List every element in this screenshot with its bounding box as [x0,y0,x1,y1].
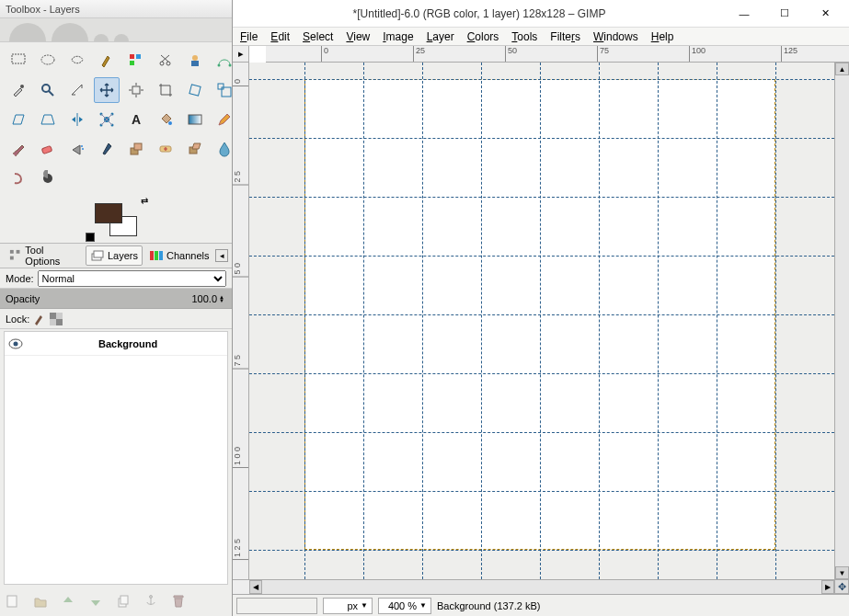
ellipse-select-tool[interactable] [35,48,61,74]
fuzzy-select-tool[interactable] [94,48,120,74]
svg-rect-43 [56,319,63,325]
horizontal-scrollbar[interactable]: ◀ ▶ [249,579,834,594]
lock-alpha-icon[interactable] [50,313,63,325]
rotate-tool[interactable] [182,77,208,103]
move-tool[interactable] [94,77,120,103]
layer-group-icon[interactable] [33,594,48,609]
ink-tool[interactable] [94,136,120,162]
dodge-burn-tool[interactable] [35,165,61,191]
status-bar: px▼ 400 %▼ Background (137.2 kB) [233,594,849,616]
navigation-widget[interactable]: ✥ [834,579,849,594]
eraser-tool[interactable] [35,136,61,162]
minimize-button[interactable]: — [726,4,763,24]
dock-menu-button[interactable]: ◂ [215,249,228,262]
chevron-down-icon: ▼ [361,601,368,610]
smudge-tool[interactable] [6,165,31,191]
layer-name: Background [98,338,157,349]
tab-channels-label: Channels [166,250,209,261]
menu-edit[interactable]: Edit [270,30,290,43]
perspective-clone-tool[interactable] [182,136,208,162]
menu-select[interactable]: Select [303,30,333,43]
svg-rect-0 [12,54,25,63]
scroll-left-button[interactable]: ◀ [249,580,262,594]
delete-layer-icon[interactable] [171,594,186,609]
color-swatch-area: ⇄ [0,197,232,243]
svg-point-11 [20,85,24,88]
blend-tool[interactable] [182,107,208,132]
svg-rect-15 [218,84,224,89]
heal-tool[interactable] [153,136,178,162]
svg-rect-48 [120,596,128,604]
lock-label: Lock: [6,314,29,325]
opacity-spinner[interactable]: ▲▼ [219,295,226,302]
unit-selector[interactable]: px▼ [323,598,373,614]
measure-tool[interactable] [64,77,90,103]
scissors-tool[interactable] [153,48,178,74]
free-select-tool[interactable] [64,48,90,74]
flip-tool[interactable] [64,107,90,132]
menu-layer[interactable]: Layer [427,30,454,43]
layer-row[interactable]: Background [5,332,227,356]
layer-thumbnail [27,336,93,352]
rect-select-tool[interactable] [6,48,31,74]
svg-point-6 [166,62,170,65]
canvas-area[interactable] [249,63,834,579]
scroll-down-button[interactable]: ▼ [835,566,849,579]
menu-colors[interactable]: Colors [467,30,499,43]
lock-pixels-icon[interactable] [33,313,46,325]
by-color-select-tool[interactable] [123,48,149,74]
mode-select[interactable]: Normal [38,270,226,287]
perspective-tool[interactable] [35,107,61,132]
svg-point-9 [218,64,221,67]
menu-file[interactable]: File [240,30,258,43]
left-ruler[interactable]: 02 55 07 51 0 01 2 5 [233,63,249,579]
airbrush-tool[interactable] [64,136,90,162]
svg-text:A: A [132,112,141,127]
window-title: *[Untitled]-6.0 (RGB color, 1 layer) 128… [233,7,726,20]
lock-row: Lock: [0,309,232,329]
tab-channels[interactable]: Channels [144,245,213,266]
raise-layer-icon[interactable] [61,594,75,609]
vertical-scrollbar[interactable]: ▲ ▼ [834,63,849,579]
cage-tool[interactable] [94,107,120,132]
tool-options-icon [8,248,22,263]
tab-tool-options[interactable]: Tool Options [4,242,84,269]
tool-grid: A [0,42,232,197]
menu-image[interactable]: Image [383,30,413,43]
opacity-row[interactable]: Opacity 100.0 ▲▼ [0,289,232,309]
menu-windows[interactable]: Windows [593,30,638,43]
paintbrush-tool[interactable] [6,136,31,162]
foreground-select-tool[interactable] [182,48,208,74]
menu-help[interactable]: Help [651,30,674,43]
bucket-fill-tool[interactable] [153,107,178,132]
align-tool[interactable] [123,77,149,103]
color-picker-tool[interactable] [6,77,31,103]
main-window: *[Untitled]-6.0 (RGB color, 1 layer) 128… [233,0,849,616]
menu-tools[interactable]: Tools [511,30,537,43]
close-button[interactable]: ✕ [807,4,843,24]
menu-filters[interactable]: Filters [550,30,580,43]
visibility-eye-icon[interactable] [5,338,27,349]
lower-layer-icon[interactable] [88,594,103,609]
top-ruler[interactable]: 0255075100125 [266,46,849,63]
zoom-tool[interactable] [35,77,61,103]
reset-colors-icon[interactable] [86,233,95,242]
opacity-label: Opacity [6,293,40,304]
anchor-layer-icon[interactable] [143,594,158,609]
tab-layers[interactable]: Layers [86,245,143,266]
clone-tool[interactable] [123,136,149,162]
text-tool[interactable]: A [123,107,149,132]
new-layer-icon[interactable] [6,594,20,609]
duplicate-layer-icon[interactable] [116,594,131,609]
maximize-button[interactable]: ☐ [766,4,803,24]
shear-tool[interactable] [6,107,31,132]
layers-icon [90,248,105,263]
ruler-corner-menu[interactable]: ▸ [233,46,249,63]
foreground-color-swatch[interactable] [95,203,122,223]
scroll-up-button[interactable]: ▲ [835,63,849,75]
zoom-selector[interactable]: 400 %▼ [378,598,431,614]
crop-tool[interactable] [153,77,178,103]
menu-view[interactable]: View [346,30,370,43]
scroll-right-button[interactable]: ▶ [821,580,834,594]
swap-colors-icon[interactable]: ⇄ [141,196,148,206]
